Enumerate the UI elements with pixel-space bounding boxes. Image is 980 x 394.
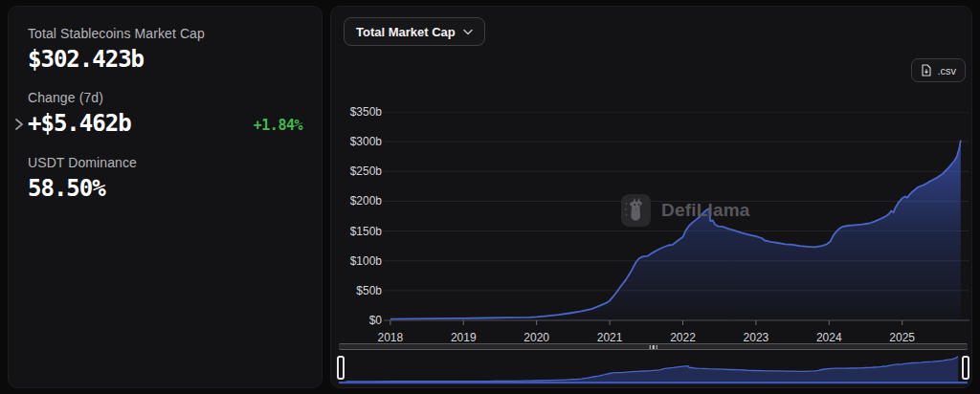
stat-change-7d: Change (7d) +$5.462b +1.84%	[28, 90, 302, 137]
y-axis-label: $350b	[334, 105, 382, 119]
metric-dropdown-label: Total Market Cap	[356, 25, 456, 39]
area-fill	[390, 141, 961, 320]
stats-panel: Total Stablecoins Market Cap $302.423b C…	[8, 6, 323, 388]
x-axis-label: 2019	[451, 331, 477, 344]
y-axis-label: $0	[334, 314, 382, 327]
csv-button-label: .csv	[937, 65, 956, 77]
stat-total-market-cap: Total Stablecoins Market Cap $302.423b	[28, 26, 302, 73]
x-axis-label: 2023	[744, 331, 769, 344]
chevron-right-icon[interactable]	[13, 118, 25, 131]
brush-handle-right[interactable]	[962, 356, 969, 380]
x-axis-label: 2021	[597, 331, 623, 344]
stat-label: USDT Dominance	[28, 155, 302, 170]
x-axis-label: 2018	[378, 331, 404, 344]
stat-value: +$5.462b	[28, 110, 131, 137]
stat-delta-percent: +1.84%	[254, 117, 302, 137]
y-axis-label: $100b	[334, 254, 382, 268]
stat-value: $302.423b	[28, 46, 302, 73]
market-cap-area-chart[interactable]	[384, 112, 969, 328]
metric-dropdown[interactable]: Total Market Cap	[344, 17, 485, 46]
chart-scrollbar[interactable]	[339, 343, 968, 350]
x-axis-label: 2022	[670, 331, 696, 344]
x-axis-label: 2020	[523, 331, 549, 344]
axis-ticks	[390, 320, 902, 325]
y-axis-label: $300b	[334, 135, 382, 148]
stat-label: Total Stablecoins Market Cap	[28, 26, 302, 41]
stat-usdt-dominance: USDT Dominance 58.50%	[28, 155, 302, 202]
stat-label: Change (7d)	[28, 90, 302, 105]
navigator-area-fill	[345, 357, 958, 382]
brush-handle-left[interactable]	[337, 356, 345, 380]
chart-panel: Total Market Cap .csv $350b$300b$250b$20…	[330, 6, 972, 388]
navigator-mini-chart	[339, 353, 968, 385]
y-axis-label: $200b	[334, 194, 382, 208]
time-range-brush[interactable]	[339, 353, 968, 385]
chevron-down-icon	[463, 29, 473, 35]
x-axis-label: 2024	[816, 331, 842, 344]
scrollbar-grip-icon[interactable]	[649, 345, 657, 349]
navigator-baseline	[339, 382, 968, 383]
x-axis-label: 2025	[889, 331, 915, 344]
file-download-icon	[921, 64, 932, 77]
y-axis-label: $250b	[334, 164, 382, 178]
y-axis-label: $150b	[334, 225, 382, 238]
download-csv-button[interactable]: .csv	[911, 58, 966, 82]
y-axis-label: $50b	[334, 284, 382, 297]
stat-value: 58.50%	[28, 175, 302, 202]
